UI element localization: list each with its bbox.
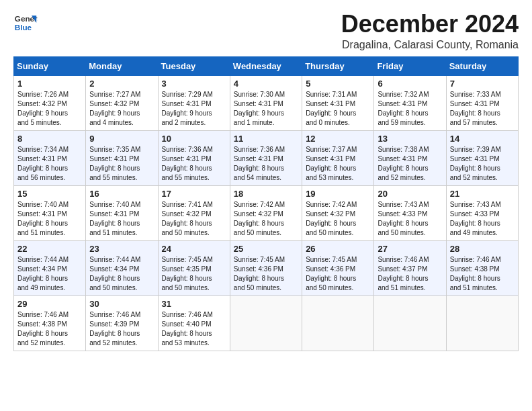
calendar-cell: 14Sunrise: 7:39 AM Sunset: 4:31 PM Dayli… <box>446 130 518 185</box>
day-number: 5 <box>306 79 370 89</box>
day-number: 28 <box>450 244 515 254</box>
day-info: Sunrise: 7:45 AM Sunset: 4:35 PM Dayligh… <box>162 255 226 293</box>
weekday-header-thursday: Thursday <box>302 56 374 75</box>
weekday-header-monday: Monday <box>86 56 158 75</box>
weekday-header-tuesday: Tuesday <box>158 56 230 75</box>
day-info: Sunrise: 7:29 AM Sunset: 4:31 PM Dayligh… <box>162 90 226 128</box>
day-number: 4 <box>234 79 298 89</box>
calendar-week-3: 15Sunrise: 7:40 AM Sunset: 4:31 PM Dayli… <box>14 185 519 240</box>
logo-icon: General Blue <box>13 11 38 35</box>
day-number: 8 <box>17 134 82 144</box>
calendar-cell: 23Sunrise: 7:44 AM Sunset: 4:34 PM Dayli… <box>86 240 158 295</box>
calendar-cell: 9Sunrise: 7:35 AM Sunset: 4:31 PM Daylig… <box>86 130 158 185</box>
location-title: Dragalina, Calarasi County, Romania <box>341 39 519 51</box>
calendar-cell: 16Sunrise: 7:40 AM Sunset: 4:31 PM Dayli… <box>86 185 158 240</box>
day-number: 27 <box>378 244 442 254</box>
calendar-cell <box>230 295 302 351</box>
weekday-header-friday: Friday <box>374 56 446 75</box>
calendar: SundayMondayTuesdayWednesdayThursdayFrid… <box>13 56 519 351</box>
day-info: Sunrise: 7:44 AM Sunset: 4:34 PM Dayligh… <box>89 255 154 293</box>
calendar-cell: 31Sunrise: 7:46 AM Sunset: 4:40 PM Dayli… <box>158 295 230 351</box>
calendar-cell: 21Sunrise: 7:43 AM Sunset: 4:33 PM Dayli… <box>446 185 518 240</box>
day-info: Sunrise: 7:37 AM Sunset: 4:31 PM Dayligh… <box>306 145 370 183</box>
calendar-cell: 18Sunrise: 7:42 AM Sunset: 4:32 PM Dayli… <box>230 185 302 240</box>
day-number: 13 <box>378 134 442 144</box>
calendar-cell: 15Sunrise: 7:40 AM Sunset: 4:31 PM Dayli… <box>14 185 86 240</box>
calendar-cell: 12Sunrise: 7:37 AM Sunset: 4:31 PM Dayli… <box>302 130 374 185</box>
day-number: 9 <box>89 134 154 144</box>
calendar-cell: 27Sunrise: 7:46 AM Sunset: 4:37 PM Dayli… <box>374 240 446 295</box>
calendar-cell: 29Sunrise: 7:46 AM Sunset: 4:38 PM Dayli… <box>14 295 86 351</box>
day-info: Sunrise: 7:38 AM Sunset: 4:31 PM Dayligh… <box>378 145 442 183</box>
day-info: Sunrise: 7:46 AM Sunset: 4:40 PM Dayligh… <box>162 310 226 348</box>
title-section: December 2024 Dragalina, Calarasi County… <box>341 11 519 51</box>
day-number: 19 <box>306 189 370 199</box>
day-number: 11 <box>234 134 298 144</box>
calendar-cell: 20Sunrise: 7:43 AM Sunset: 4:33 PM Dayli… <box>374 185 446 240</box>
day-number: 10 <box>162 134 226 144</box>
weekday-header-row: SundayMondayTuesdayWednesdayThursdayFrid… <box>14 56 519 75</box>
calendar-week-5: 29Sunrise: 7:46 AM Sunset: 4:38 PM Dayli… <box>14 295 519 351</box>
logo: General Blue <box>13 11 38 35</box>
day-info: Sunrise: 7:31 AM Sunset: 4:31 PM Dayligh… <box>306 90 370 128</box>
day-info: Sunrise: 7:40 AM Sunset: 4:31 PM Dayligh… <box>17 200 82 238</box>
day-number: 17 <box>162 189 226 199</box>
day-info: Sunrise: 7:40 AM Sunset: 4:31 PM Dayligh… <box>89 200 154 238</box>
day-info: Sunrise: 7:45 AM Sunset: 4:36 PM Dayligh… <box>234 255 298 293</box>
calendar-cell: 5Sunrise: 7:31 AM Sunset: 4:31 PM Daylig… <box>302 75 374 130</box>
day-number: 30 <box>89 299 154 309</box>
day-number: 12 <box>306 134 370 144</box>
day-info: Sunrise: 7:27 AM Sunset: 4:32 PM Dayligh… <box>89 90 154 128</box>
day-info: Sunrise: 7:46 AM Sunset: 4:38 PM Dayligh… <box>17 310 82 348</box>
calendar-cell: 30Sunrise: 7:46 AM Sunset: 4:39 PM Dayli… <box>86 295 158 351</box>
day-info: Sunrise: 7:26 AM Sunset: 4:32 PM Dayligh… <box>17 90 82 128</box>
calendar-cell: 26Sunrise: 7:45 AM Sunset: 4:36 PM Dayli… <box>302 240 374 295</box>
day-info: Sunrise: 7:35 AM Sunset: 4:31 PM Dayligh… <box>89 145 154 183</box>
day-number: 15 <box>17 189 82 199</box>
calendar-week-2: 8Sunrise: 7:34 AM Sunset: 4:31 PM Daylig… <box>14 130 519 185</box>
day-info: Sunrise: 7:46 AM Sunset: 4:38 PM Dayligh… <box>450 255 515 293</box>
day-number: 14 <box>450 134 515 144</box>
day-number: 23 <box>89 244 154 254</box>
weekday-header-sunday: Sunday <box>14 56 86 75</box>
day-number: 3 <box>162 79 226 89</box>
calendar-cell: 19Sunrise: 7:42 AM Sunset: 4:32 PM Dayli… <box>302 185 374 240</box>
svg-text:Blue: Blue <box>15 23 32 32</box>
calendar-cell: 7Sunrise: 7:33 AM Sunset: 4:31 PM Daylig… <box>446 75 518 130</box>
day-info: Sunrise: 7:36 AM Sunset: 4:31 PM Dayligh… <box>162 145 226 183</box>
day-number: 16 <box>89 189 154 199</box>
calendar-cell: 22Sunrise: 7:44 AM Sunset: 4:34 PM Dayli… <box>14 240 86 295</box>
day-info: Sunrise: 7:42 AM Sunset: 4:32 PM Dayligh… <box>234 200 298 238</box>
calendar-cell: 25Sunrise: 7:45 AM Sunset: 4:36 PM Dayli… <box>230 240 302 295</box>
calendar-cell <box>374 295 446 351</box>
day-info: Sunrise: 7:45 AM Sunset: 4:36 PM Dayligh… <box>306 255 370 293</box>
day-number: 6 <box>378 79 442 89</box>
calendar-cell: 2Sunrise: 7:27 AM Sunset: 4:32 PM Daylig… <box>86 75 158 130</box>
day-info: Sunrise: 7:30 AM Sunset: 4:31 PM Dayligh… <box>234 90 298 128</box>
calendar-cell <box>446 295 518 351</box>
weekday-header-saturday: Saturday <box>446 56 518 75</box>
day-info: Sunrise: 7:34 AM Sunset: 4:31 PM Dayligh… <box>17 145 82 183</box>
calendar-cell: 3Sunrise: 7:29 AM Sunset: 4:31 PM Daylig… <box>158 75 230 130</box>
day-number: 26 <box>306 244 370 254</box>
calendar-cell: 1Sunrise: 7:26 AM Sunset: 4:32 PM Daylig… <box>14 75 86 130</box>
day-info: Sunrise: 7:44 AM Sunset: 4:34 PM Dayligh… <box>17 255 82 293</box>
calendar-week-4: 22Sunrise: 7:44 AM Sunset: 4:34 PM Dayli… <box>14 240 519 295</box>
calendar-cell: 13Sunrise: 7:38 AM Sunset: 4:31 PM Dayli… <box>374 130 446 185</box>
day-number: 29 <box>17 299 82 309</box>
day-number: 18 <box>234 189 298 199</box>
day-info: Sunrise: 7:42 AM Sunset: 4:32 PM Dayligh… <box>306 200 370 238</box>
day-number: 20 <box>378 189 442 199</box>
weekday-header-wednesday: Wednesday <box>230 56 302 75</box>
day-number: 22 <box>17 244 82 254</box>
month-title: December 2024 <box>341 11 519 38</box>
calendar-cell: 24Sunrise: 7:45 AM Sunset: 4:35 PM Dayli… <box>158 240 230 295</box>
calendar-cell: 28Sunrise: 7:46 AM Sunset: 4:38 PM Dayli… <box>446 240 518 295</box>
day-number: 25 <box>234 244 298 254</box>
day-info: Sunrise: 7:36 AM Sunset: 4:31 PM Dayligh… <box>234 145 298 183</box>
day-number: 24 <box>162 244 226 254</box>
day-info: Sunrise: 7:43 AM Sunset: 4:33 PM Dayligh… <box>378 200 442 238</box>
calendar-cell: 8Sunrise: 7:34 AM Sunset: 4:31 PM Daylig… <box>14 130 86 185</box>
day-number: 31 <box>162 299 226 309</box>
day-number: 7 <box>450 79 515 89</box>
